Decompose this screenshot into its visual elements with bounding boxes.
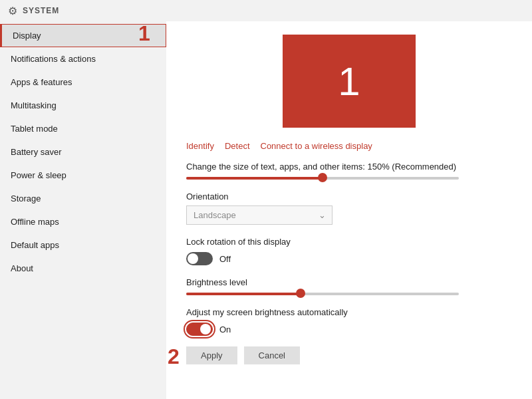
auto-brightness-label: Adjust my screen brightness automaticall… — [186, 307, 512, 317]
apply-button[interactable]: Apply — [186, 346, 237, 364]
button-row: Apply Cancel — [186, 346, 512, 364]
identify-link[interactable]: Identify — [186, 141, 214, 151]
text-size-slider-track — [186, 177, 459, 180]
sidebar-item-multitasking[interactable]: Multitasking — [0, 94, 166, 117]
text-size-label: Change the size of text, apps, and other… — [186, 162, 512, 172]
sidebar-item-tablet[interactable]: Tablet mode — [0, 117, 166, 140]
orientation-select-wrapper: Landscape Portrait Landscape (flipped) P… — [186, 205, 332, 225]
gear-icon: ⚙ — [8, 5, 17, 17]
monitor-box: 1 — [283, 35, 416, 128]
sidebar: Display Notifications & actions Apps & f… — [0, 21, 166, 399]
brightness-label: Brightness level — [186, 277, 512, 287]
brightness-slider-container — [186, 293, 512, 295]
sidebar-item-notifications[interactable]: Notifications & actions — [0, 47, 166, 70]
lock-rotation-label: Lock rotation of this display — [186, 237, 512, 247]
auto-brightness-toggle[interactable] — [186, 323, 213, 336]
sidebar-item-apps[interactable]: Apps & features — [0, 70, 166, 94]
monitor-number: 1 — [338, 59, 360, 104]
text-size-slider-fill — [186, 177, 323, 180]
sidebar-item-power[interactable]: Power & sleep — [0, 164, 166, 187]
sidebar-item-offline[interactable]: Offline maps — [0, 210, 166, 233]
auto-brightness-toggle-row: On — [186, 323, 512, 336]
lock-rotation-toggle-knob — [188, 253, 198, 264]
brightness-slider-thumb[interactable] — [296, 289, 305, 298]
sidebar-item-storage[interactable]: Storage — [0, 187, 166, 210]
sidebar-item-display[interactable]: Display — [0, 24, 166, 47]
orientation-section: Orientation Landscape Portrait Landscape… — [186, 192, 512, 225]
text-size-slider-thumb[interactable] — [318, 173, 327, 182]
brightness-section: Brightness level — [186, 277, 512, 295]
display-links: Identify Detect Connect to a wireless di… — [186, 141, 512, 151]
brightness-slider-track — [186, 293, 459, 295]
sidebar-item-battery[interactable]: Battery saver — [0, 140, 166, 164]
sidebar-item-default[interactable]: Default apps — [0, 233, 166, 257]
lock-rotation-section: Lock rotation of this display Off — [186, 237, 512, 265]
connect-wireless-link[interactable]: Connect to a wireless display — [261, 141, 372, 151]
content-area: 1 Identify Detect Connect to a wireless … — [166, 21, 532, 399]
app-title: SYSTEM — [23, 6, 59, 15]
top-bar: ⚙ SYSTEM — [0, 0, 532, 21]
orientation-label: Orientation — [186, 192, 512, 201]
text-size-slider-container — [186, 177, 512, 180]
cancel-button[interactable]: Cancel — [244, 346, 300, 364]
brightness-slider-fill — [186, 293, 301, 295]
auto-brightness-toggle-knob — [200, 324, 211, 334]
auto-brightness-status: On — [219, 325, 231, 334]
detect-link[interactable]: Detect — [225, 141, 250, 151]
lock-rotation-toggle[interactable] — [186, 252, 213, 265]
lock-rotation-toggle-row: Off — [186, 252, 512, 265]
monitor-preview: 1 — [186, 35, 512, 128]
lock-rotation-status: Off — [219, 254, 231, 264]
orientation-select[interactable]: Landscape Portrait Landscape (flipped) P… — [186, 205, 332, 225]
sidebar-item-about[interactable]: About — [0, 257, 166, 280]
